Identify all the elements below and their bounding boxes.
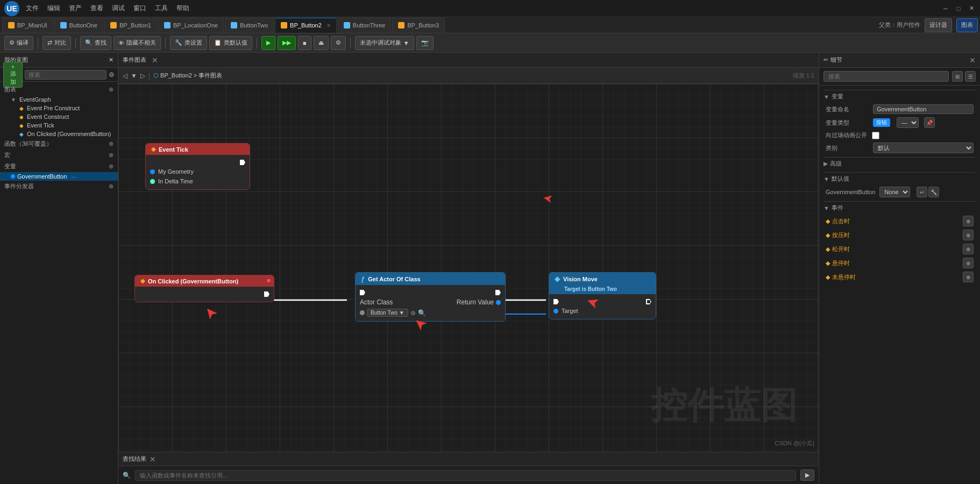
event-construct-item[interactable]: ◆ Event Construct (0, 112, 118, 121)
graph-area[interactable]: ◆ Event Tick My Geometry In Delta Time (118, 84, 819, 452)
play-button[interactable]: ▶ (261, 36, 275, 50)
event-pre-construct-item[interactable]: ◆ Event Pre Construct (0, 104, 118, 112)
tab-bp-button2[interactable]: BP_Button2✕ (275, 18, 337, 33)
event-dispatchers-add-icon[interactable]: ⊕ (109, 183, 113, 190)
return-value-label: Return Value (457, 298, 501, 306)
actor-class-dropdown[interactable]: Button Two ▼ (367, 309, 408, 317)
eject-button[interactable]: ⏏ (314, 36, 329, 50)
hide-button[interactable]: 👁 隐藏不相关 (113, 36, 161, 50)
tab-buttontwo[interactable]: ButtonTwo (225, 18, 274, 33)
debug-target-button[interactable]: 未选中调试对象 ▼ (355, 36, 414, 50)
press-event-label: ◆ 按压时 (826, 231, 960, 239)
default-value-select[interactable]: None (879, 187, 910, 197)
graph-toolbar: ◁ ▼ ▷ | ⬡ BP_Button2 > 事件图表 缩放 1:1 (118, 68, 819, 84)
events-section-header[interactable]: ▼ 事件 (823, 201, 976, 214)
event-tick-item[interactable]: ◆ Event Tick (0, 121, 118, 130)
get-actor-exec-row (356, 288, 505, 297)
class-settings-button[interactable]: 🔧 类设置 (170, 36, 207, 50)
actor-class-clear-icon[interactable]: 🔍 (418, 309, 426, 317)
press-event-add-icon[interactable]: ⊕ (963, 230, 974, 240)
menu-item-资产[interactable]: 资产 (69, 4, 82, 13)
variable-pin-icon[interactable]: 📌 (924, 117, 935, 128)
tab-bp-locationone[interactable]: BP_LocationOne (158, 18, 224, 33)
list-view-icon[interactable]: ☰ (965, 71, 976, 82)
tab-label-1: ButtonOne (69, 22, 98, 29)
designer-view-button[interactable]: 设计器 (925, 18, 952, 32)
compare-button[interactable]: ⇄ 对比 (42, 36, 71, 50)
tab-bp-button1[interactable]: BP_Button1 (104, 18, 157, 33)
maximize-button[interactable]: □ (954, 4, 963, 13)
functions-add-icon[interactable]: ⊕ (109, 140, 113, 147)
blueprint-search-input[interactable] (25, 70, 106, 80)
tab-buttonthree[interactable]: ButtonThree (338, 18, 392, 33)
release-event-label: ◆ 松开时 (826, 245, 960, 253)
expose-checkbox[interactable] (872, 132, 879, 139)
menu-item-调试[interactable]: 调试 (112, 4, 125, 13)
left-panel-close[interactable]: ✕ (109, 56, 113, 63)
default-value-section-header[interactable]: ▼ 默认值 (823, 172, 976, 185)
release-event-add-icon[interactable]: ⊕ (963, 244, 974, 254)
tab-close-5[interactable]: ✕ (326, 23, 331, 29)
settings-icon[interactable]: ⚙ (109, 71, 115, 79)
table-view-icon[interactable]: ⊞ (952, 71, 963, 82)
default-browse-icon[interactable]: ↩ (917, 187, 927, 197)
minimize-button[interactable]: ─ (941, 4, 950, 13)
graphs-add-icon[interactable]: ⊕ (109, 86, 113, 93)
right-panel-close[interactable]: ✕ (969, 56, 976, 65)
nav-back-icon[interactable]: ◁ (123, 72, 127, 80)
vision-move-subtitle: Target is Button Two (555, 286, 617, 292)
window-controls[interactable]: ─ □ ✕ (941, 4, 976, 13)
camera-button[interactable]: 📷 (416, 36, 434, 50)
tab-bp-mianui[interactable]: BP_MianUI (2, 18, 53, 33)
government-button-var-item[interactable]: GovernmentButton — (0, 172, 118, 181)
actor-class-search-icon[interactable]: ⊕ (410, 309, 416, 317)
variables-add-icon[interactable]: ⊕ (109, 163, 113, 170)
settings-button[interactable]: ⚙ (331, 36, 346, 50)
menu-item-编辑[interactable]: 编辑 (47, 4, 60, 13)
right-search-input[interactable] (823, 71, 949, 82)
return-value-pin (496, 300, 501, 305)
menu-item-窗口[interactable]: 窗口 (133, 4, 146, 13)
variables-section-header[interactable]: ▼ 变量 (823, 90, 976, 103)
event-graph-panel-close[interactable]: ✕ (152, 56, 158, 65)
close-button[interactable]: ✕ (967, 4, 976, 13)
event-graph-item[interactable]: ▼ EventGraph (0, 95, 118, 104)
macros-add-icon[interactable]: ⊕ (109, 152, 113, 159)
default-value-expand-icon: ▼ (823, 176, 829, 182)
advanced-section-header[interactable]: ▶ 高级 (823, 157, 976, 170)
menu-item-查看[interactable]: 查看 (90, 4, 103, 13)
target-pin: Target (549, 306, 656, 316)
click-event-add-icon[interactable]: ⊕ (963, 216, 974, 226)
variable-type-select[interactable]: — (897, 117, 919, 128)
find-button[interactable]: 🔍 查找 (80, 36, 111, 50)
nav-forward-icon[interactable]: ▷ (140, 72, 145, 80)
bottom-panel-close[interactable]: ✕ (150, 455, 156, 464)
tab-icon-6 (344, 22, 350, 29)
graph-view-button[interactable]: 图表 (956, 18, 978, 32)
on-clicked-item[interactable]: ◆ On Clicked (GovernmentButton) (0, 130, 118, 138)
variable-name-input[interactable] (873, 104, 974, 114)
right-search-row: ⊞ ☰ (819, 68, 980, 86)
compile-button[interactable]: ⚙ 编译 (4, 36, 33, 50)
unhover-event-add-icon[interactable]: ⊕ (963, 272, 974, 282)
class-defaults-button[interactable]: 📋 类默认值 (209, 36, 252, 50)
credit-label: CSDN @[小瓜] (775, 439, 814, 447)
tab-bp-button3[interactable]: BP_Button3 (392, 18, 445, 33)
bottom-search-input[interactable] (135, 470, 796, 481)
menu-item-工具[interactable]: 工具 (155, 4, 168, 13)
bottom-search-button[interactable]: ▶ (800, 469, 814, 481)
menu-item-帮助[interactable]: 帮助 (176, 4, 189, 13)
menu-item-文件[interactable]: 文件 (26, 4, 39, 13)
play2-button[interactable]: ▶▶ (278, 36, 296, 50)
on-clicked-close-icon[interactable]: ■ (267, 277, 271, 283)
bottom-search-row: 🔍 ▶ (118, 466, 819, 484)
default-clear-icon[interactable]: 🔧 (928, 187, 939, 197)
nav-menu-icon[interactable]: ▼ (131, 72, 137, 80)
stop-button[interactable]: ■ (298, 36, 311, 50)
right-panel-title: 细节 (830, 56, 842, 64)
category-select[interactable]: 默认 (873, 143, 974, 153)
tab-buttonone[interactable]: ButtonOne (54, 18, 104, 33)
default-value-row: GovernmentButton None ↩ 🔧 (823, 185, 976, 199)
hover-event-add-icon[interactable]: ⊕ (963, 258, 974, 268)
get-actor-title: Get Actor Of Class (368, 276, 420, 282)
